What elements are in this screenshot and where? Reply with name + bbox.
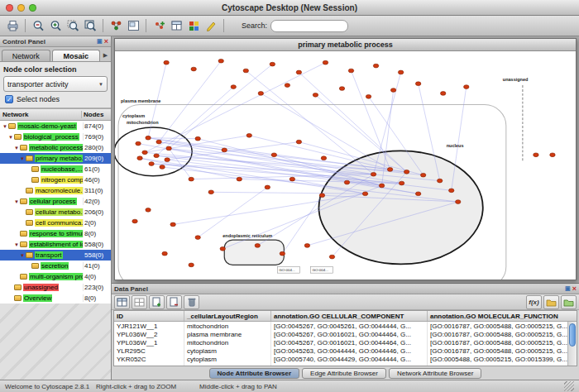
network-node[interactable] (132, 219, 137, 223)
tab-node-attribute-browser[interactable]: Node Attribute Browser (209, 368, 300, 379)
network-node[interactable] (270, 62, 275, 66)
resize-grip[interactable] (564, 381, 574, 391)
network-node[interactable] (420, 173, 425, 177)
network-node[interactable] (258, 92, 263, 96)
network-node[interactable] (319, 194, 324, 198)
network-node[interactable] (146, 208, 151, 212)
attribute-row[interactable]: YJR121W__1mitochondrion[GO:0045267, GO:0… (114, 322, 577, 331)
tree-row[interactable]: ▼biological_process769(0) (0, 131, 111, 142)
network-node[interactable] (191, 67, 196, 71)
expand-collapse-icon[interactable]: ▼ (2, 124, 8, 129)
column-header[interactable]: ID (114, 311, 184, 322)
zoom-selected-icon[interactable] (65, 17, 81, 34)
network-node[interactable] (189, 177, 194, 181)
trash-icon[interactable] (184, 295, 199, 309)
network-node[interactable] (154, 154, 159, 158)
expand-collapse-icon[interactable]: ▼ (7, 135, 14, 140)
close-window-button[interactable] (6, 4, 13, 12)
network-node[interactable] (195, 136, 200, 141)
network-node[interactable] (265, 185, 270, 189)
create-network-icon[interactable] (151, 17, 167, 34)
network-manager-icon[interactable] (108, 17, 124, 34)
network-node[interactable] (329, 255, 334, 259)
zoom-fit-icon[interactable] (82, 17, 98, 34)
network-view-title[interactable]: primary metabolic process (115, 39, 576, 51)
tree-row[interactable]: Overview8(0) (0, 293, 111, 304)
search-input[interactable] (270, 20, 348, 32)
delete-attribute-icon[interactable] (166, 295, 182, 309)
tab-network-attribute-browser[interactable]: Network Attribute Browser (389, 368, 481, 379)
network-node[interactable] (387, 168, 392, 172)
network-node[interactable] (404, 170, 409, 174)
float-panel-icon[interactable]: ▣ (565, 285, 571, 292)
tree-row[interactable]: ▼transport558(0) (0, 250, 111, 261)
zoom-in-icon[interactable] (47, 17, 64, 34)
tree-row[interactable]: ▼cellular process42(0) (0, 196, 111, 207)
tree-row[interactable]: nitrogen compo...46(0) (0, 174, 111, 185)
expand-collapse-icon[interactable]: ▼ (13, 146, 20, 151)
network-node[interactable] (195, 236, 200, 240)
tree-row[interactable]: unassigned223(0) (0, 282, 111, 293)
network-node[interactable] (379, 184, 384, 188)
print-icon[interactable] (4, 17, 21, 34)
network-node[interactable] (373, 64, 378, 68)
network-canvas[interactable]: plasma membranecytoplasmmitochondrionnuc… (115, 51, 576, 280)
network-node[interactable] (362, 192, 367, 196)
select-nodes-checkbox[interactable]: ✓ (5, 95, 13, 103)
network-edge[interactable] (198, 187, 267, 237)
network-node[interactable] (366, 94, 371, 98)
network-node[interactable] (280, 251, 285, 256)
network-node[interactable] (220, 246, 225, 251)
zoom-window-button[interactable] (29, 4, 36, 12)
column-header[interactable]: _cellularLayoutRegion (184, 311, 271, 322)
network-node[interactable] (323, 60, 328, 65)
scrollbar-thumb[interactable] (569, 323, 576, 347)
network-node[interactable] (170, 222, 175, 227)
network-node[interactable] (149, 162, 154, 166)
network-node[interactable] (437, 179, 442, 183)
tab-network[interactable]: Network (2, 50, 50, 61)
network-node[interactable] (162, 251, 167, 256)
tree-row[interactable]: ▼primary metabo...209(0) (0, 153, 111, 164)
window-titlebar[interactable]: Cytoscape Desktop (New Session) (0, 0, 579, 16)
network-node[interactable] (255, 244, 260, 248)
network-node[interactable] (231, 85, 236, 89)
network-node[interactable] (348, 69, 353, 73)
network-node[interactable] (243, 69, 248, 73)
network-node[interactable] (441, 92, 446, 96)
function-builder-icon[interactable]: f(x) (526, 295, 542, 309)
network-node[interactable] (285, 84, 290, 88)
network-node[interactable] (415, 82, 420, 86)
network-node[interactable] (464, 85, 469, 89)
tree-row[interactable]: ▼metabolic process280(0) (0, 142, 111, 153)
network-edge[interactable] (169, 65, 272, 149)
tree-row[interactable]: cellular metabo...206(0) (0, 207, 111, 218)
network-node[interactable] (371, 172, 376, 176)
network-node[interactable] (550, 153, 555, 157)
attribute-row[interactable]: YPL036W__2plasma membrane[GO:0045267, GO… (114, 330, 577, 338)
network-node[interactable] (165, 158, 170, 162)
network-node[interactable] (142, 151, 147, 155)
tree-row[interactable]: ▼establishment of lo...558(0) (0, 239, 111, 250)
network-node[interactable] (208, 190, 213, 194)
attribute-row[interactable]: YPL036W__1mitochondrion[GO:0045267, GO:0… (114, 338, 577, 347)
network-edge[interactable] (299, 72, 406, 171)
network-node[interactable] (218, 59, 223, 63)
network-edge[interactable] (140, 158, 365, 194)
network-node[interactable] (146, 136, 151, 140)
import-attributes-icon[interactable] (543, 295, 559, 309)
tab-scroll-right-icon[interactable]: ▶ (101, 52, 110, 61)
network-node[interactable] (296, 70, 301, 74)
column-header[interactable]: annotation.GO CELLULAR_COMPONENT (271, 311, 428, 322)
network-node[interactable] (222, 148, 227, 152)
tree-row[interactable]: secretion41(0) (0, 261, 111, 271)
attribute-row[interactable]: YLR295Ccytoplasm[GO:0045263, GO:0044444,… (114, 347, 577, 355)
network-node[interactable] (296, 140, 301, 144)
tab-mosaic[interactable]: Mosaic (52, 50, 101, 61)
network-node[interactable] (456, 200, 461, 204)
tree-row[interactable]: cell communica...2(0) (0, 218, 111, 228)
float-panel-icon[interactable]: ▣ (97, 38, 103, 45)
attribute-row[interactable]: YDR039C__1mitochondrion[GO:0016021, GO:0… (114, 363, 577, 366)
expand-collapse-icon[interactable]: ▼ (13, 199, 20, 204)
network-node[interactable] (321, 156, 326, 160)
